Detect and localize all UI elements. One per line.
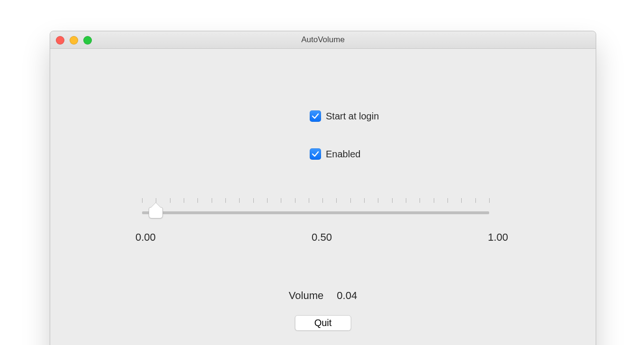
slider-thumb[interactable] [149,207,163,218]
slider-tick [184,198,184,203]
slider-tick [212,198,212,203]
slider-tick [281,198,281,203]
slider-tick [447,198,448,203]
slider-tick [225,198,226,203]
enabled-checkbox[interactable] [310,148,321,160]
start-at-login-label: Start at login [326,111,379,122]
slider-tick [336,198,337,203]
slider-tick [267,198,268,203]
slider-tick [489,198,490,203]
slider-tick [253,198,254,203]
volume-value: 0.04 [337,290,357,301]
window-content: Start at login Enabled 0.00 0.50 1.00 [50,49,596,345]
start-at-login-row: Start at login [310,110,379,122]
slider-tick [295,198,295,203]
slider-tick [322,198,323,203]
slider-tick [350,198,351,203]
volume-readout: Volume 0.04 [50,290,596,302]
window-title: AutoVolume [50,31,596,48]
slider-tick [364,198,365,203]
check-icon [311,112,320,120]
slider-tick [309,198,309,203]
slider-tick [170,198,170,203]
slider-tick [156,198,156,203]
slider-tick [239,198,240,203]
slider-tick [475,198,476,203]
slider-mid-label: 0.50 [312,231,332,244]
slider-tick [406,198,406,203]
slider-tick [434,198,434,203]
titlebar: AutoVolume [50,31,596,49]
slider-tick [392,198,393,203]
slider-min-label: 0.00 [135,231,156,244]
slider-track[interactable] [142,211,489,214]
enabled-row: Enabled [310,148,360,160]
start-at-login-checkbox[interactable] [310,110,321,122]
check-icon [311,150,320,158]
slider-ticks [142,198,489,205]
enabled-label: Enabled [326,149,360,160]
slider-max-label: 1.00 [488,231,508,244]
volume-slider[interactable] [142,198,489,227]
slider-tick [420,198,420,203]
slider-tick [461,198,462,203]
slider-tick [378,198,378,203]
volume-label: Volume [289,290,323,301]
slider-tick [197,198,198,203]
quit-button[interactable]: Quit [295,315,351,331]
slider-tick [142,198,143,203]
app-window: AutoVolume Start at login Enabled [50,31,596,345]
